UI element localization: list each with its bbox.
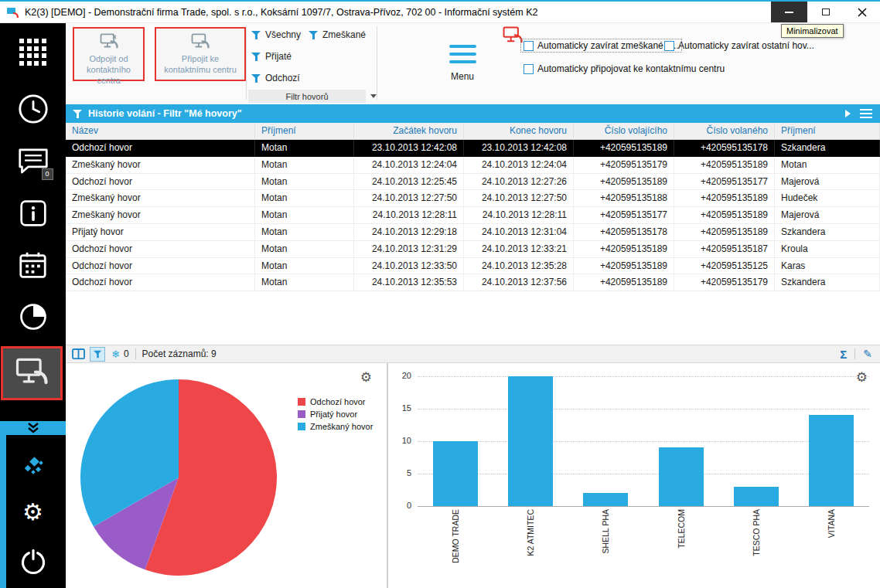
checkbox-box[interactable]	[664, 41, 674, 51]
table-row[interactable]: Odchozí hovorMotan23.10.2013 12:42:0823.…	[66, 140, 880, 157]
table-cell: Zmeškaný hovor	[66, 190, 255, 206]
bar-chart-panel: ⚙ 05101520 DEMO TRADEK2 ATMITECSHELL PHA…	[390, 363, 880, 588]
menu-button[interactable]: Menu	[429, 25, 496, 102]
columns-icon[interactable]	[72, 348, 85, 360]
table-cell: Motan	[255, 190, 354, 206]
table-cell: 24.10.2013 12:24:04	[464, 157, 574, 173]
chart-splitter[interactable]	[387, 363, 388, 588]
column-header[interactable]: Konec hovoru	[464, 123, 574, 139]
sidebar-item-messages[interactable]: 0	[0, 147, 66, 178]
checkbox-box[interactable]	[524, 64, 534, 74]
table-row[interactable]: Zmeškaný hovorMotan24.10.2013 12:27:5024…	[66, 190, 880, 207]
table-cell: +420595135179	[574, 157, 674, 173]
bar-label-cell: TELECOM	[643, 509, 718, 586]
phone-connect-icon	[191, 33, 210, 52]
bar-label: DEMO TRADE	[451, 509, 460, 563]
sidebar-item-settings[interactable]: ⚙	[0, 501, 66, 524]
table-cell: Kroula	[775, 241, 880, 257]
snowflake-icon[interactable]: ❄	[111, 349, 120, 359]
gridline	[418, 441, 869, 442]
bar-label: TELECOM	[677, 509, 686, 549]
table-cell: 24.10.2013 12:35:53	[354, 274, 464, 291]
funnel-icon	[309, 30, 319, 40]
table-cell: Odchozí hovor	[66, 258, 255, 274]
sidebar-item-k2-sparkle[interactable]	[0, 452, 66, 477]
collapse-band[interactable]	[0, 421, 66, 435]
table-row[interactable]: Zmeškaný hovorMotan24.10.2013 12:28:1124…	[66, 207, 880, 224]
chat-badge: 0	[42, 168, 53, 180]
pie-settings-gear-icon[interactable]: ⚙	[360, 371, 372, 384]
column-header[interactable]: Číslo volajícího	[574, 123, 674, 139]
filter-item-3[interactable]: Odchozí	[251, 73, 300, 83]
filter-group-label[interactable]: Filtr hovorů	[248, 90, 366, 103]
sparkle-icon	[21, 452, 46, 477]
expand-icon[interactable]	[845, 110, 851, 117]
table-cell: +420595135178	[674, 140, 775, 156]
sidebar-item-modules[interactable]	[0, 39, 66, 66]
column-header[interactable]: Název	[66, 123, 255, 139]
disconnect-contact-center-button[interactable]: Odpojit od kontaktního centra	[73, 27, 145, 81]
table-cell: Motan	[255, 241, 354, 257]
table-cell: 24.10.2013 12:31:29	[354, 241, 464, 257]
table-row[interactable]: Odchozí hovorMotan24.10.2013 12:25:4524.…	[66, 174, 880, 191]
filter-label: Všechny	[265, 29, 301, 40]
table-row[interactable]: Odchozí hovorMotan24.10.2013 12:31:2924.…	[66, 241, 880, 258]
table-row[interactable]: Odchozí hovorMotan24.10.2013 12:33:5024.…	[66, 258, 880, 275]
filter-item-2[interactable]: Přijaté	[251, 51, 292, 62]
filter-label: Odchozí	[265, 73, 300, 83]
column-header[interactable]: Číslo volaného	[674, 123, 775, 139]
legend-label: Odchozí hovor	[310, 397, 366, 406]
table-cell: 24.10.2013 12:37:56	[464, 274, 574, 291]
connect-contact-center-button[interactable]: Připojit ke kontaktnímu centru	[155, 27, 246, 81]
grid-menu-icon[interactable]	[860, 109, 872, 118]
sidebar-item-phone-active[interactable]	[1, 346, 63, 400]
table-row[interactable]: Přijatý hovorMotan24.10.2013 12:29:1824.…	[66, 224, 880, 241]
checkbox-box[interactable]	[524, 41, 534, 51]
filter-item-0[interactable]: Všechny	[251, 29, 301, 40]
table-row[interactable]: Odchozí hovorMotan24.10.2013 12:35:5324.…	[66, 274, 880, 291]
sidebar-item-power[interactable]	[0, 549, 66, 576]
table-cell: 24.10.2013 12:33:21	[464, 241, 574, 257]
auto-checkbox-2[interactable]: Automaticky připojovat ke kontaktnímu ce…	[520, 62, 728, 76]
auto-checkbox-0[interactable]: Automaticky zavírat zmeškané h...	[520, 39, 682, 53]
column-header[interactable]: Příjmení	[775, 123, 880, 139]
table-cell: +420595135189	[574, 258, 674, 274]
bar-label-cell: K2 ATMITEC	[493, 509, 568, 586]
table-cell: +420595135187	[674, 241, 775, 257]
table-cell: +420595135189	[574, 274, 674, 291]
table-cell: Hudeček	[775, 190, 880, 206]
statusbar: ❄ 0 Počet záznamů: 9 Σ ✎	[66, 345, 880, 363]
close-button[interactable]	[844, 2, 880, 22]
maximize-button[interactable]	[807, 2, 844, 22]
column-header[interactable]: Příjmení	[255, 123, 354, 139]
column-header[interactable]: Začátek hovoru	[354, 123, 464, 139]
filter-item-1[interactable]: Zmeškané	[309, 29, 366, 40]
edit-icon[interactable]: ✎	[863, 348, 872, 359]
table-row[interactable]: Zmeškaný hovorMotan24.10.2013 12:24:0424…	[66, 157, 880, 174]
legend-swatch	[298, 423, 305, 430]
filter-icon	[73, 109, 83, 119]
filter-dropdown-arrow-icon[interactable]	[370, 94, 377, 98]
sidebar-item-analytics[interactable]	[0, 301, 66, 332]
table-cell: Motan	[255, 258, 354, 274]
checkbox-label: Automaticky zavírat zmeškané h...	[537, 40, 679, 51]
y-tick-label: 20	[391, 371, 411, 380]
filter-toggle-button[interactable]	[90, 347, 105, 362]
minimize-button[interactable]	[771, 2, 807, 22]
table-cell: Karas	[775, 258, 880, 274]
gear-icon: ⚙	[22, 501, 43, 524]
sum-icon[interactable]: Σ	[840, 348, 847, 360]
sidebar-item-info[interactable]	[0, 199, 66, 227]
table-cell: +420595135177	[674, 174, 775, 190]
table-body: Odchozí hovorMotan23.10.2013 12:42:0823.…	[66, 140, 880, 345]
auto-checkbox-1[interactable]: Automaticky zavírat ostatní hov...	[661, 39, 817, 53]
table-cell: +420595135177	[574, 207, 674, 223]
titlebar: K2(3) [DEMO] - Demonstrační firma Trade,…	[0, 2, 880, 23]
sidebar-item-history[interactable]	[0, 93, 66, 125]
legend-item: Přijatý hovor	[298, 410, 373, 419]
bar-labels: DEMO TRADEK2 ATMITECSHELL PHATELECOMTESC…	[418, 509, 869, 586]
maximize-icon	[822, 8, 830, 15]
sidebar-item-calendar[interactable]	[0, 251, 66, 280]
funnel-icon	[93, 349, 101, 358]
clock-icon	[17, 93, 49, 125]
